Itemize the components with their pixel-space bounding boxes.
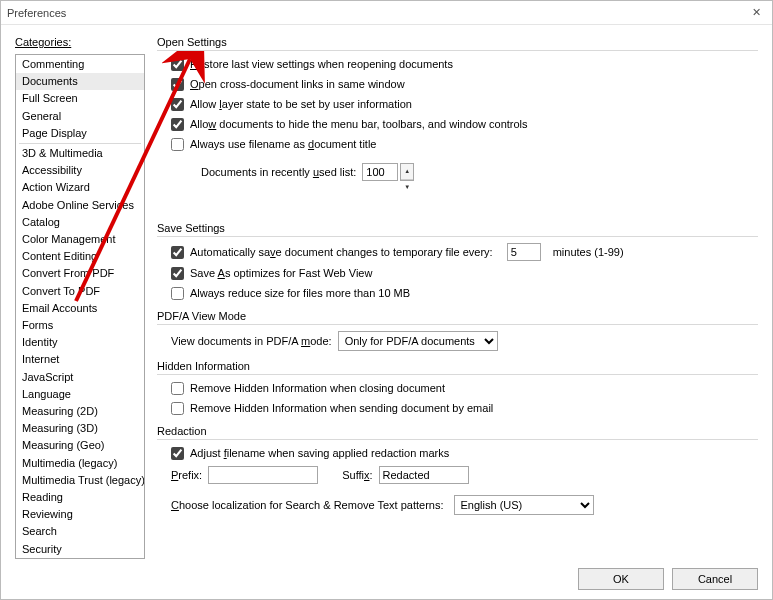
recently-used-input[interactable]	[362, 163, 398, 181]
redaction-group: Redaction Adjust filename when saving ap…	[157, 425, 758, 515]
recently-used-spinner[interactable]: ▲▼	[400, 163, 414, 181]
reduce-size-row[interactable]: Always reduce size for files more than 1…	[171, 286, 758, 301]
pdfa-mode-select[interactable]: Only for PDF/A documents	[338, 331, 498, 351]
localization-row: Choose localization for Search & Remove …	[171, 495, 758, 515]
category-item[interactable]: Measuring (2D)	[16, 403, 144, 420]
category-item[interactable]: Adobe Online Services	[16, 197, 144, 214]
category-item[interactable]: Multimedia Trust (legacy)	[16, 472, 144, 489]
settings-panel: Open Settings Restore last view settings…	[157, 36, 758, 559]
category-item[interactable]: Reading	[16, 489, 144, 506]
preferences-dialog: Preferences ✕ Categories: CommentingDocu…	[0, 0, 773, 600]
localization-select[interactable]: English (US)	[454, 495, 594, 515]
allow-hide-menu-row[interactable]: Allow documents to hide the menu bar, to…	[171, 117, 758, 132]
category-item[interactable]: Search	[16, 523, 144, 540]
redaction-title: Redaction	[157, 425, 758, 440]
remove-hidden-close-row[interactable]: Remove Hidden Information when closing d…	[171, 381, 758, 396]
category-item[interactable]: Reviewing	[16, 506, 144, 523]
window-title: Preferences	[7, 7, 746, 19]
adjust-filename-checkbox[interactable]	[171, 447, 184, 460]
dialog-footer: OK Cancel	[1, 559, 772, 599]
category-item[interactable]: Page Display	[16, 125, 144, 142]
category-item[interactable]: Multimedia (legacy)	[16, 455, 144, 472]
category-item[interactable]: Security	[16, 541, 144, 558]
category-item[interactable]: General	[16, 108, 144, 125]
category-item[interactable]: Measuring (Geo)	[16, 437, 144, 454]
category-item[interactable]: Email Accounts	[16, 300, 144, 317]
category-item[interactable]: 3D & Multimedia	[16, 145, 144, 162]
restore-last-view-checkbox[interactable]	[171, 58, 184, 71]
pdfa-mode-row: View documents in PDF/A mode: Only for P…	[171, 331, 758, 351]
recently-used-row: Documents in recently used list: ▲▼	[171, 163, 758, 181]
titlebar: Preferences ✕	[1, 1, 772, 25]
pdfa-title: PDF/A View Mode	[157, 310, 758, 325]
category-item[interactable]: Forms	[16, 317, 144, 334]
restore-last-view-row[interactable]: Restore last view settings when reopenin…	[171, 57, 758, 72]
category-item[interactable]: Measuring (3D)	[16, 420, 144, 437]
ok-button[interactable]: OK	[578, 568, 664, 590]
autosave-checkbox[interactable]	[171, 246, 184, 259]
category-item[interactable]: Catalog	[16, 214, 144, 231]
autosave-minutes-input[interactable]	[507, 243, 541, 261]
hidden-info-title: Hidden Information	[157, 360, 758, 375]
category-item[interactable]: Convert From PDF	[16, 265, 144, 282]
cancel-button[interactable]: Cancel	[672, 568, 758, 590]
fastwebview-row[interactable]: Save As optimizes for Fast Web View	[171, 266, 758, 281]
categories-list[interactable]: CommentingDocumentsFull ScreenGeneralPag…	[15, 54, 145, 559]
close-icon[interactable]: ✕	[746, 6, 766, 19]
save-settings-group: Save Settings Automatically save documen…	[157, 222, 758, 301]
fastwebview-checkbox[interactable]	[171, 267, 184, 280]
open-settings-group: Open Settings Restore last view settings…	[157, 36, 758, 181]
category-item[interactable]: Commenting	[16, 56, 144, 73]
prefix-input[interactable]	[208, 466, 318, 484]
filename-title-checkbox[interactable]	[171, 138, 184, 151]
open-settings-title: Open Settings	[157, 36, 758, 51]
category-item[interactable]: Content Editing	[16, 248, 144, 265]
category-item[interactable]: Documents	[16, 73, 144, 90]
category-item[interactable]: JavaScript	[16, 369, 144, 386]
open-crossdoc-row[interactable]: Open cross-document links in same window	[171, 77, 758, 92]
reduce-size-checkbox[interactable]	[171, 287, 184, 300]
category-item[interactable]: Color Management	[16, 231, 144, 248]
category-item[interactable]: Language	[16, 386, 144, 403]
suffix-input[interactable]	[379, 466, 469, 484]
category-item[interactable]: Internet	[16, 351, 144, 368]
allow-hide-menu-checkbox[interactable]	[171, 118, 184, 131]
filename-title-row[interactable]: Always use filename as document title	[171, 137, 758, 152]
autosave-row[interactable]: Automatically save document changes to t…	[171, 243, 758, 261]
remove-hidden-send-row[interactable]: Remove Hidden Information when sending d…	[171, 401, 758, 416]
adjust-filename-row[interactable]: Adjust filename when saving applied reda…	[171, 446, 758, 461]
open-crossdoc-checkbox[interactable]	[171, 78, 184, 91]
hidden-info-group: Hidden Information Remove Hidden Informa…	[157, 360, 758, 416]
remove-hidden-close-checkbox[interactable]	[171, 382, 184, 395]
categories-separator	[19, 143, 141, 144]
categories-panel: Categories: CommentingDocumentsFull Scre…	[15, 36, 145, 559]
remove-hidden-send-checkbox[interactable]	[171, 402, 184, 415]
category-item[interactable]: Full Screen	[16, 90, 144, 107]
prefix-suffix-row: Prefix: Suffix:	[171, 466, 758, 484]
save-settings-title: Save Settings	[157, 222, 758, 237]
category-item[interactable]: Action Wizard	[16, 179, 144, 196]
category-item[interactable]: Identity	[16, 334, 144, 351]
layer-state-row[interactable]: Allow layer state to be set by user info…	[171, 97, 758, 112]
layer-state-checkbox[interactable]	[171, 98, 184, 111]
category-item[interactable]: Convert To PDF	[16, 283, 144, 300]
categories-label: Categories:	[15, 36, 145, 48]
category-item[interactable]: Accessibility	[16, 162, 144, 179]
pdfa-group: PDF/A View Mode View documents in PDF/A …	[157, 310, 758, 351]
